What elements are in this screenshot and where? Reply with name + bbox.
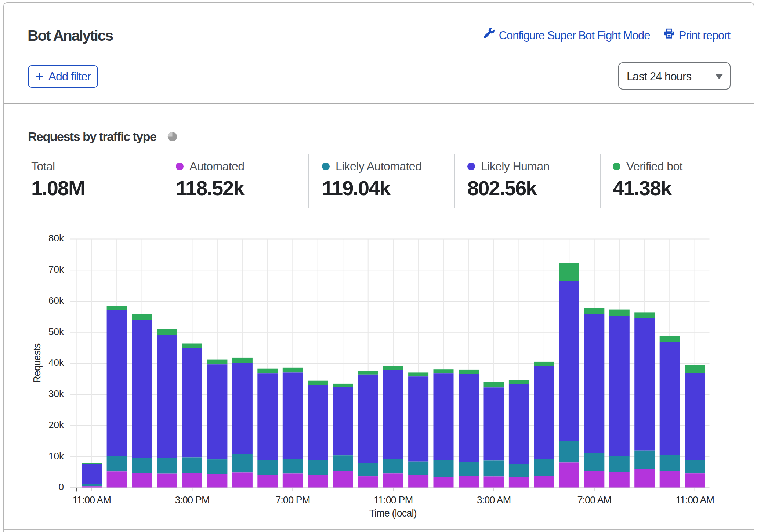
svg-text:Time (local): Time (local): [369, 508, 416, 519]
svg-text:11:00 AM: 11:00 AM: [72, 495, 111, 506]
svg-text:3:00 PM: 3:00 PM: [175, 495, 209, 506]
svg-text:0: 0: [59, 481, 64, 492]
svg-text:3:00 AM: 3:00 AM: [477, 495, 511, 506]
svg-text:11:00 AM: 11:00 AM: [675, 495, 714, 506]
svg-text:40k: 40k: [48, 357, 64, 368]
svg-text:70k: 70k: [48, 264, 64, 275]
svg-text:20k: 20k: [48, 419, 64, 430]
svg-text:Requests: Requests: [32, 343, 43, 383]
svg-text:10k: 10k: [48, 451, 64, 462]
svg-text:80k: 80k: [48, 233, 64, 244]
svg-text:7:00 PM: 7:00 PM: [275, 495, 310, 506]
svg-text:7:00 AM: 7:00 AM: [577, 495, 611, 506]
svg-text:50k: 50k: [48, 326, 64, 337]
svg-text:60k: 60k: [48, 295, 64, 306]
svg-text:30k: 30k: [48, 388, 64, 399]
svg-text:11:00 PM: 11:00 PM: [374, 495, 413, 506]
